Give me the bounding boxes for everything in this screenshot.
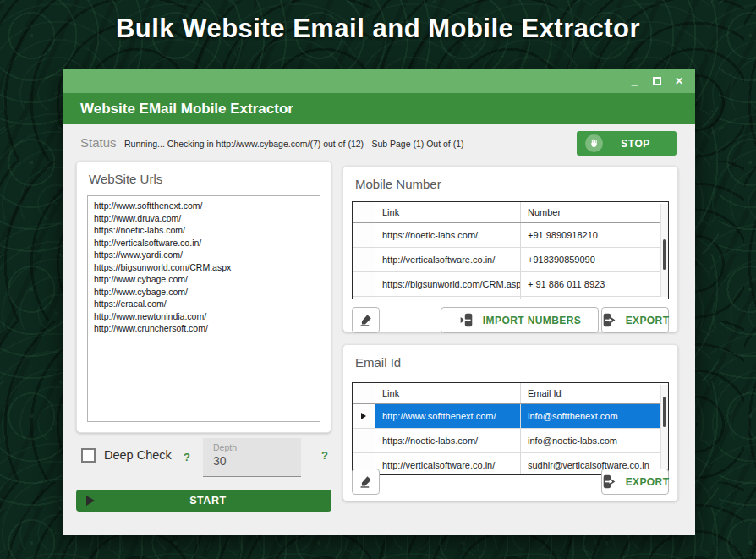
mobile-col-link: Link	[375, 202, 521, 222]
depth-field[interactable]: Depth 30	[203, 438, 301, 477]
mobile-row-link: https://bigsunworld.com/CRM.aspx/	[375, 272, 521, 296]
row-selector	[353, 404, 375, 428]
row-selector	[353, 248, 375, 271]
import-numbers-label: IMPORT NUMBERS	[483, 315, 581, 326]
email-row-email: info@softthenext.com	[521, 404, 668, 428]
app-window: _ ✕ Website EMail Mobile Extractor Statu…	[63, 69, 695, 535]
url-line: https://eracal.com/	[94, 298, 314, 310]
email-table-row[interactable]: https://noetic-labs.com/ info@noetic-lab…	[353, 429, 668, 453]
url-line: https://noetic-labs.com/	[94, 224, 314, 237]
start-button[interactable]: START	[76, 490, 331, 512]
email-row-link: http://www.softthenext.com/	[375, 404, 521, 428]
export-emails-button[interactable]: EXPORT	[601, 469, 669, 495]
mobile-row-link: https://noetic-labs.com/	[375, 223, 521, 247]
mobile-table-row[interactable]: https://noetic-labs.com/ +91 9890918210	[353, 223, 668, 248]
deep-check-checkbox[interactable]	[81, 448, 96, 463]
depth-field-value: 30	[213, 454, 291, 468]
row-selector	[353, 429, 375, 452]
url-line: https://www.yardi.com/	[94, 249, 314, 261]
page-title: Bulk Website Email and Mobile Extractor	[0, 14, 756, 44]
eraser-icon	[359, 474, 373, 489]
stop-button-label: STOP	[603, 138, 668, 150]
row-selector	[353, 272, 375, 296]
row-selector	[353, 297, 375, 299]
mobile-panel-title: Mobile Number	[355, 177, 441, 191]
url-line: http://www.cybage.com/	[94, 273, 314, 286]
email-panel-title: Email Id	[355, 355, 401, 370]
url-line: http://www.crunchersoft.com/	[94, 322, 314, 335]
maximize-icon[interactable]	[653, 75, 661, 87]
app-header-title: Website EMail Mobile Extractor	[63, 93, 695, 124]
export-numbers-label: EXPORT	[626, 315, 670, 326]
close-icon[interactable]: ✕	[675, 75, 683, 87]
email-col-emailid: Email Id	[521, 383, 668, 403]
deep-check-help-icon[interactable]: ?	[184, 451, 190, 463]
export-icon	[601, 474, 617, 489]
mobile-table-row[interactable]: http://www.cybage.com/ 91 22 66644788	[353, 297, 668, 299]
import-icon	[458, 313, 474, 327]
url-line: http://www.softthenext.com/	[94, 200, 314, 212]
clear-numbers-button[interactable]	[352, 307, 380, 333]
clear-emails-button[interactable]	[352, 469, 380, 495]
mobile-number-panel: Mobile Number Link Number https://noetic…	[342, 166, 678, 332]
url-line: http://www.cybage.com/	[94, 286, 314, 299]
url-line: https://bigsunworld.com/CRM.aspx	[94, 261, 314, 274]
mobile-row-link: http://verticalsoftware.co.in/	[375, 248, 521, 271]
import-numbers-button[interactable]: IMPORT NUMBERS	[441, 307, 599, 333]
email-row-email: info@noetic-labs.com	[521, 429, 668, 452]
mobile-row-number: +91 9890918210	[521, 223, 668, 247]
row-selector	[353, 223, 375, 247]
deep-check-label: Deep Check	[104, 448, 172, 462]
mobile-table-row[interactable]: http://verticalsoftware.co.in/ +91839085…	[353, 248, 668, 272]
mobile-table-scrollbar[interactable]	[660, 204, 668, 297]
url-line: http://verticalsoftware.co.in/	[94, 237, 314, 249]
email-table-header: Link Email Id	[353, 383, 668, 404]
email-row-link: https://noetic-labs.com/	[375, 429, 521, 452]
mobile-table: Link Number https://noetic-labs.com/ +91…	[352, 201, 669, 299]
status-label: Status	[80, 135, 117, 150]
play-icon	[86, 496, 95, 506]
mobile-row-number: 91 22 66644788	[521, 297, 668, 299]
email-id-panel: Email Id Link Email Id http://www.softth…	[342, 344, 678, 501]
desktop-background: Bulk Website Email and Mobile Extractor …	[0, 0, 756, 559]
mobile-table-row[interactable]: https://bigsunworld.com/CRM.aspx/ + 91 8…	[353, 272, 668, 297]
depth-field-label: Depth	[213, 442, 291, 452]
mobile-row-link: http://www.cybage.com/	[375, 297, 521, 299]
export-icon	[601, 313, 617, 327]
depth-help-icon[interactable]: ?	[321, 449, 328, 462]
email-table-scrollbar[interactable]	[660, 385, 668, 473]
website-urls-input[interactable]: http://www.softthenext.com/http://www.dr…	[87, 195, 320, 422]
export-emails-label: EXPORT	[626, 476, 670, 488]
mobile-col-number: Number	[521, 202, 668, 222]
email-table: Link Email Id http://www.softthenext.com…	[352, 382, 669, 475]
minimize-icon[interactable]: _	[630, 75, 639, 87]
url-line: http://www.newtonindia.com/	[94, 310, 314, 323]
status-bar: Status Running... Checking in http://www…	[63, 124, 695, 163]
export-numbers-button[interactable]: EXPORT	[601, 307, 669, 333]
stop-button[interactable]: STOP	[577, 131, 677, 156]
window-titlebar: _ ✕	[63, 69, 695, 93]
mobile-row-number: + 91 886 011 8923	[521, 272, 668, 296]
mobile-row-number: +918390859090	[521, 248, 668, 271]
website-urls-title: WebSite Urls	[89, 172, 162, 186]
eraser-icon	[359, 313, 373, 327]
url-line: http://www.druva.com/	[94, 212, 314, 225]
options-row: Deep Check ? Depth 30 ?	[76, 438, 331, 477]
website-urls-panel: WebSite Urls http://www.softthenext.com/…	[76, 161, 331, 433]
mobile-table-header: Link Number	[353, 202, 668, 223]
start-button-label: START	[95, 495, 321, 507]
email-table-row[interactable]: http://www.softthenext.com/ info@softthe…	[353, 404, 668, 429]
email-col-link: Link	[375, 383, 521, 403]
hand-stop-icon	[585, 134, 603, 152]
status-text: Running... Checking in http://www.cybage…	[124, 139, 464, 149]
